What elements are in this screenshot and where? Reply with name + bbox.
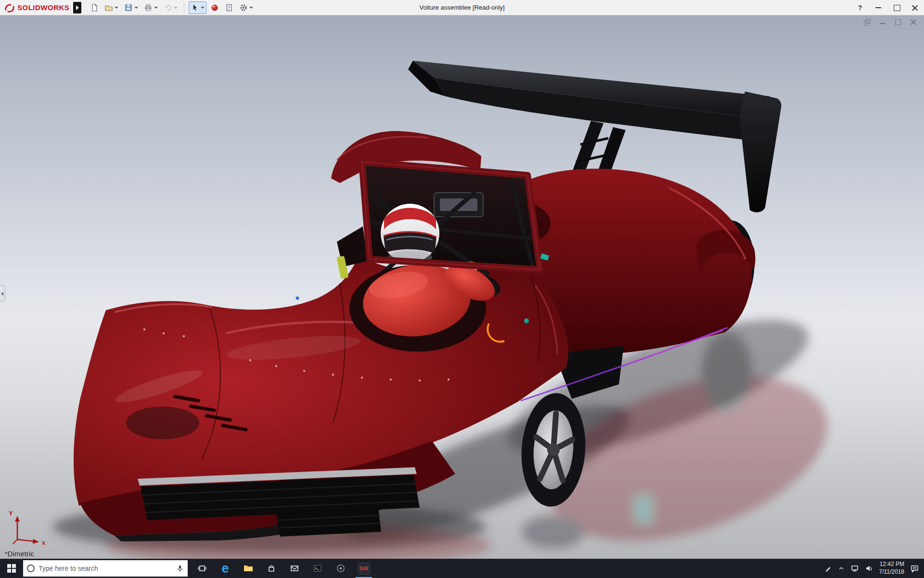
microphone-icon[interactable]	[176, 565, 184, 572]
pen-button[interactable]	[824, 559, 832, 578]
titlebar: SOLIDWORKS	[0, 0, 924, 15]
minimize-button[interactable]	[869, 0, 887, 15]
doc-close-icon[interactable]	[910, 18, 917, 26]
caret-down-icon	[154, 7, 158, 9]
solidworks-app-icon: SW	[358, 563, 370, 575]
hidden-icons-button[interactable]	[838, 559, 845, 578]
store-icon	[267, 564, 276, 573]
mail-icon	[290, 564, 299, 573]
caret-down-icon	[201, 7, 205, 9]
window-title: Voiture assemblee [Read-only]	[419, 4, 504, 11]
brand-text: SOLIDWORKS	[17, 3, 69, 12]
search-input[interactable]	[38, 565, 172, 572]
chevron-up-icon	[838, 565, 845, 572]
menu-expand-button[interactable]	[73, 2, 81, 13]
file-properties-icon	[225, 3, 233, 12]
volume-icon	[865, 564, 873, 573]
taskbar-clock[interactable]: 12:42 PM 7/11/2018	[879, 561, 905, 576]
start-button[interactable]	[0, 559, 23, 578]
solidworks-window: SOLIDWORKS	[0, 0, 924, 578]
print-button[interactable]	[142, 1, 160, 14]
new-document-button[interactable]	[88, 1, 101, 14]
viewport-3d[interactable]: Y x *Dimetric	[0, 15, 924, 559]
edge-button[interactable]: e	[214, 559, 237, 578]
orientation-triad[interactable]: Y x	[8, 511, 46, 549]
file-explorer-button[interactable]	[237, 559, 260, 578]
view-orientation-label: *Dimetric	[5, 550, 34, 558]
dassault-swoosh-icon	[4, 3, 15, 13]
doc-maximize-icon[interactable]	[894, 18, 902, 26]
save-button[interactable]	[122, 1, 140, 14]
action-center-button[interactable]	[910, 559, 919, 578]
quick-access-toolbar	[88, 0, 255, 15]
file-explorer-icon	[243, 564, 254, 573]
toolbar-separator	[184, 3, 184, 13]
triad-x-label: x	[42, 539, 45, 546]
document-window-controls	[863, 18, 917, 26]
system-tray: 12:42 PM 7/11/2018	[824, 559, 924, 578]
car-model-render[interactable]	[0, 15, 924, 559]
help-button[interactable]: ?	[851, 0, 869, 15]
mail-button[interactable]	[283, 559, 306, 578]
appearance-sphere-icon	[210, 3, 219, 12]
task-view-icon	[197, 564, 207, 573]
undo-icon	[164, 3, 172, 12]
media-player-button[interactable]	[329, 559, 352, 578]
network-button[interactable]	[850, 559, 859, 578]
doc-minimize-icon[interactable]	[879, 18, 886, 26]
cortana-icon	[27, 565, 35, 572]
taskbar-apps: e	[191, 559, 375, 578]
media-player-icon	[336, 564, 346, 573]
doc-restore-down-icon[interactable]	[863, 18, 871, 26]
caret-down-icon	[249, 7, 253, 9]
close-button[interactable]	[906, 0, 924, 15]
solidworks-logo: SOLIDWORKS	[4, 3, 69, 13]
options-gear-icon	[239, 3, 248, 12]
triad-y-label: Y	[9, 510, 13, 517]
triad-axes-icon	[8, 511, 46, 549]
open-button[interactable]	[103, 1, 120, 14]
arrow-right-icon	[76, 5, 79, 10]
panel-collapse-tab[interactable]	[0, 285, 5, 302]
taskbar: e	[0, 559, 924, 578]
caret-down-icon	[134, 7, 138, 9]
caret-down-icon	[115, 7, 118, 9]
undo-button[interactable]	[162, 1, 180, 14]
taskbar-search[interactable]	[23, 560, 188, 577]
maximize-button[interactable]	[887, 0, 906, 15]
edge-icon: e	[221, 562, 229, 575]
action-center-icon	[910, 564, 919, 573]
file-properties-button[interactable]	[223, 1, 235, 14]
clock-time: 12:42 PM	[879, 561, 905, 568]
new-document-icon	[90, 3, 99, 12]
terminal-button[interactable]	[306, 559, 329, 578]
select-cursor-icon	[191, 3, 199, 12]
options-button[interactable]	[237, 1, 255, 14]
windows-logo-icon	[7, 564, 16, 573]
task-view-button[interactable]	[191, 559, 214, 578]
store-button[interactable]	[260, 559, 283, 578]
solidworks-app-button[interactable]: SW	[352, 559, 375, 578]
volume-button[interactable]	[865, 559, 873, 578]
print-icon	[144, 3, 153, 12]
appearance-button[interactable]	[208, 1, 221, 14]
terminal-icon	[313, 564, 322, 573]
caret-down-icon	[174, 7, 178, 9]
select-tool-button[interactable]	[189, 1, 206, 14]
save-icon	[124, 3, 133, 12]
open-folder-icon	[104, 3, 113, 12]
pen-icon	[824, 565, 832, 572]
clock-date: 7/11/2018	[879, 568, 905, 576]
network-icon	[850, 564, 859, 573]
